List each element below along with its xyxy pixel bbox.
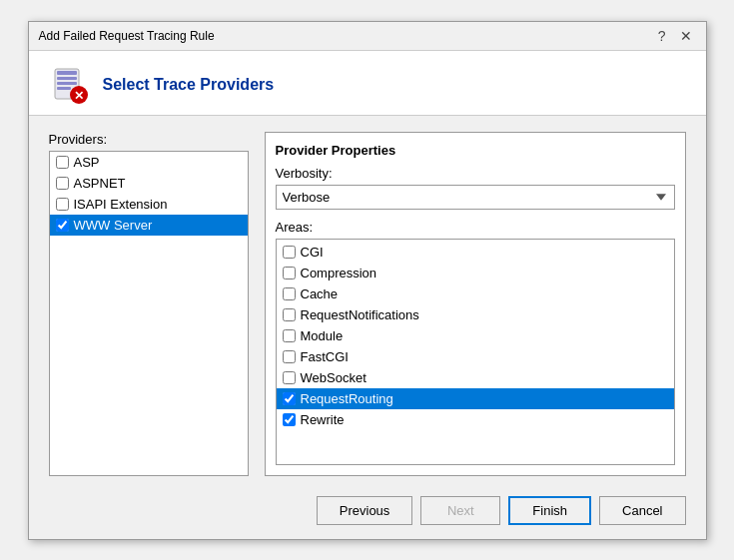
area-module-label: Module — [301, 328, 344, 343]
area-fastcgi[interactable]: FastCGI — [277, 346, 674, 367]
areas-list-wrapper: CGI Compression Cache — [276, 239, 675, 465]
area-requestrouting-label: RequestRouting — [301, 391, 393, 406]
svg-rect-1 — [57, 71, 77, 75]
provider-aspnet[interactable]: ASPNET — [50, 173, 248, 194]
areas-list: CGI Compression Cache — [277, 240, 674, 464]
provider-www-label: WWW Server — [74, 218, 153, 233]
dialog: Add Failed Request Tracing Rule ? ✕ ✕ Se… — [28, 21, 707, 540]
svg-rect-3 — [57, 82, 77, 85]
properties-title: Provider Properties — [276, 143, 675, 158]
provider-www-checkbox[interactable] — [56, 219, 69, 232]
header-icon: ✕ — [49, 65, 89, 105]
verbosity-label: Verbosity: — [276, 166, 675, 181]
provider-asp[interactable]: ASP — [50, 152, 248, 173]
area-rewrite[interactable]: Rewrite — [277, 409, 674, 430]
providers-label: Providers: — [49, 132, 249, 147]
main-area: Providers: ASP ASPNET ISAPI — [49, 132, 686, 476]
area-cgi-checkbox[interactable] — [283, 246, 296, 259]
title-bar: Add Failed Request Tracing Rule ? ✕ — [29, 22, 706, 51]
provider-asp-checkbox[interactable] — [56, 156, 69, 169]
provider-isapi-label: ISAPI Extension — [74, 197, 168, 212]
area-fastcgi-checkbox[interactable] — [283, 350, 296, 363]
providers-list: ASP ASPNET ISAPI Extension — [49, 151, 249, 476]
finish-button[interactable]: Finish — [508, 496, 591, 525]
provider-www[interactable]: WWW Server — [50, 215, 248, 236]
help-button[interactable]: ? — [654, 28, 670, 44]
providers-panel: Providers: ASP ASPNET ISAPI — [49, 132, 249, 476]
area-compression[interactable]: Compression — [277, 263, 674, 283]
provider-aspnet-checkbox[interactable] — [56, 177, 69, 190]
provider-isapi-checkbox[interactable] — [56, 198, 69, 211]
header: ✕ Select Trace Providers — [29, 51, 706, 116]
area-cgi-label: CGI — [301, 245, 324, 260]
cancel-button[interactable]: Cancel — [599, 496, 685, 525]
area-module[interactable]: Module — [277, 325, 674, 346]
previous-button[interactable]: Previous — [317, 496, 413, 525]
area-requestrouting[interactable]: RequestRouting — [277, 388, 674, 409]
svg-text:✕: ✕ — [74, 89, 84, 103]
area-module-checkbox[interactable] — [283, 329, 296, 342]
svg-rect-4 — [57, 87, 71, 90]
area-compression-label: Compression — [301, 266, 377, 280]
area-requestnotifications-checkbox[interactable] — [283, 308, 296, 321]
verbosity-select[interactable]: Verbose Warning Error CriticalError — [276, 185, 675, 210]
provider-aspnet-label: ASPNET — [74, 176, 126, 191]
area-requestnotifications[interactable]: RequestNotifications — [277, 304, 674, 325]
area-rewrite-label: Rewrite — [301, 412, 345, 427]
area-compression-checkbox[interactable] — [283, 267, 296, 280]
area-fastcgi-label: FastCGI — [301, 349, 349, 364]
provider-asp-label: ASP — [74, 155, 100, 170]
title-bar-buttons: ? ✕ — [654, 28, 696, 44]
dialog-title: Add Failed Request Tracing Rule — [39, 29, 215, 43]
svg-rect-2 — [57, 77, 77, 80]
close-button[interactable]: ✕ — [676, 28, 696, 44]
next-button[interactable]: Next — [420, 496, 500, 525]
area-requestnotifications-label: RequestNotifications — [301, 307, 419, 322]
properties-panel: Provider Properties Verbosity: Verbose W… — [265, 132, 686, 476]
area-websocket-checkbox[interactable] — [283, 371, 296, 384]
area-websocket-label: WebSocket — [301, 370, 367, 385]
footer: Previous Next Finish Cancel — [29, 486, 706, 539]
area-cache-checkbox[interactable] — [283, 287, 296, 300]
area-rewrite-checkbox[interactable] — [283, 413, 296, 426]
content: Providers: ASP ASPNET ISAPI — [29, 116, 706, 486]
area-cgi[interactable]: CGI — [277, 242, 674, 263]
area-cache-label: Cache — [301, 286, 339, 301]
areas-label: Areas: — [276, 220, 675, 235]
header-title: Select Trace Providers — [103, 76, 275, 94]
properties-box: Provider Properties Verbosity: Verbose W… — [265, 132, 686, 476]
area-requestrouting-checkbox[interactable] — [283, 392, 296, 405]
area-websocket[interactable]: WebSocket — [277, 367, 674, 388]
area-cache[interactable]: Cache — [277, 283, 674, 304]
provider-isapi[interactable]: ISAPI Extension — [50, 194, 248, 215]
